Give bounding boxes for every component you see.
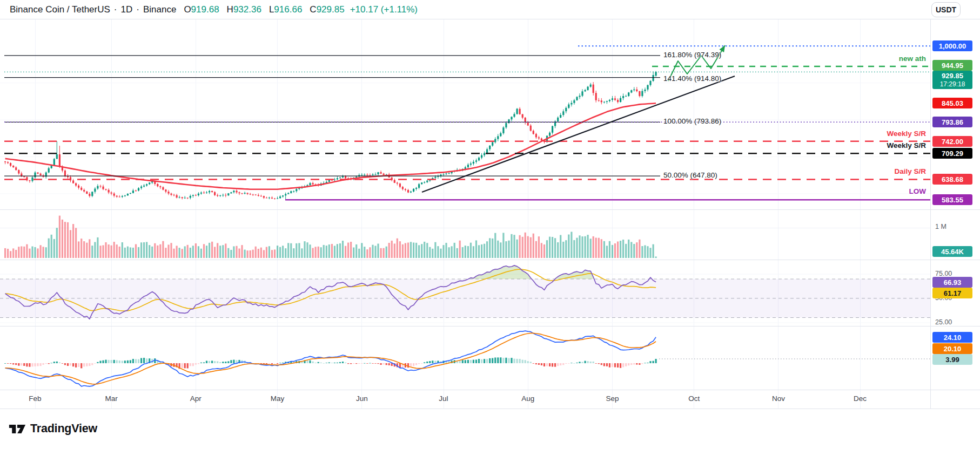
price-change: +10.17 (+1.11%) <box>350 4 418 15</box>
low-label[interactable]: LOW <box>807 187 926 195</box>
chart-header: Binance Coin / TetherUS · 1D · Binance O… <box>0 0 980 19</box>
tradingview-chart-window: Binance Coin / TetherUS · 1D · Binance O… <box>0 0 980 449</box>
time-axis-label-aug: Aug <box>516 394 540 403</box>
price-label-weekly-sr-black[interactable]: 709.29 <box>932 148 972 159</box>
time-axis-label-may: May <box>266 394 290 403</box>
price-label-low[interactable]: 583.55 <box>932 194 972 205</box>
weekly-sr-red-label[interactable]: Weekly S/R <box>807 130 926 138</box>
ohlc-low: L916.66 <box>269 4 302 15</box>
rsi-value-label[interactable]: 66.93 <box>932 277 972 288</box>
ohlc-open: O919.68 <box>184 4 219 15</box>
current-price-value: 929.85 <box>942 72 963 80</box>
fib-level-50-label[interactable]: 50.00% (647.80) <box>663 171 717 179</box>
price-label-daily-sr[interactable]: 638.68 <box>932 174 972 185</box>
time-axis-label-feb: Feb <box>23 394 47 403</box>
fib-level-141-label[interactable]: 141.40% (914.80) <box>663 74 721 83</box>
time-axis-label-oct: Oct <box>682 394 706 403</box>
symbol-legend[interactable]: Binance Coin / TetherUS · 1D · Binance O… <box>10 4 418 15</box>
time-axis-label-apr: Apr <box>184 394 207 403</box>
currency-button[interactable]: USDT <box>931 2 961 17</box>
bar-countdown: 17:29:18 <box>940 80 965 88</box>
volume-value-label[interactable]: 45.64K <box>932 246 972 257</box>
macd-value-label[interactable]: 24.10 <box>932 332 972 343</box>
daily-sr-label[interactable]: Daily S/R <box>807 167 926 175</box>
volume-axis-tick-1m: 1 M <box>935 223 947 230</box>
time-axis-label-jul: Jul <box>432 394 455 403</box>
time-axis-label-mar: Mar <box>99 394 123 403</box>
time-axis-label-sep: Sep <box>600 394 624 403</box>
separator-dot: · <box>114 4 117 15</box>
price-label-1000[interactable]: 1,000.00 <box>932 40 972 51</box>
macd-signal-value-label[interactable]: 20.10 <box>932 343 972 354</box>
tradingview-logo[interactable]: TradingView <box>9 421 97 436</box>
time-axis[interactable]: FebMarAprMayJunJulAugSepOctNovDec <box>0 390 930 409</box>
tradingview-wordmark: TradingView <box>30 422 97 436</box>
tradingview-mark-icon <box>9 421 26 436</box>
exchange-label: Binance <box>143 4 176 15</box>
price-label-ma[interactable]: 845.03 <box>932 98 972 108</box>
timeframe-label[interactable]: 1D <box>121 4 133 15</box>
ohlc-high: H932.36 <box>227 4 261 15</box>
separator-dot: · <box>136 4 139 15</box>
rsi-ma-value-label[interactable]: 61.17 <box>932 288 972 298</box>
chart-canvas[interactable] <box>0 0 980 449</box>
rsi-axis-tick-75: 75.00 <box>935 270 952 277</box>
price-label-new-ath[interactable]: 944.95 <box>932 60 972 71</box>
ohlc-close: C929.85 <box>310 4 344 15</box>
price-label-fib100[interactable]: 793.86 <box>932 117 972 127</box>
weekly-sr-black-label[interactable]: Weekly S/R <box>807 141 926 149</box>
macd-hist-value-label[interactable]: 3.99 <box>932 354 972 365</box>
symbol-title[interactable]: Binance Coin / TetherUS <box>10 4 110 15</box>
fib-level-100-label[interactable]: 100.00% (793.86) <box>663 117 721 125</box>
time-axis-label-dec: Dec <box>848 394 872 403</box>
new-ath-label[interactable]: new ath <box>807 55 926 63</box>
fib-level-161-label[interactable]: 161.80% (974.39) <box>663 51 721 59</box>
price-label-current[interactable]: 929.85 17:29:18 <box>932 71 972 89</box>
price-label-weekly-sr-red[interactable]: 742.00 <box>932 136 972 147</box>
rsi-axis-tick-25: 25.00 <box>935 318 952 326</box>
time-axis-label-nov: Nov <box>767 394 790 403</box>
time-axis-label-jun: Jun <box>350 394 374 403</box>
